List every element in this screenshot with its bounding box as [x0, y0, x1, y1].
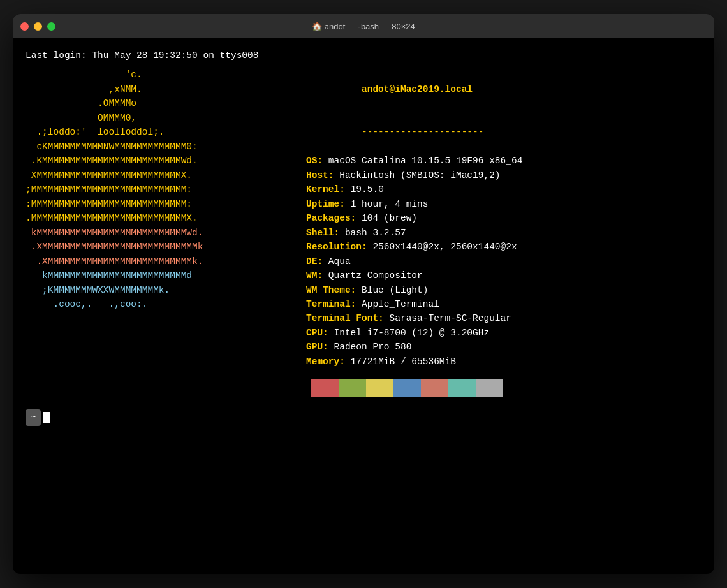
prompt-line: ~	[26, 409, 701, 426]
ascii-line: ;KMMMMMMMWXXWMMMMMMMMk.	[26, 283, 293, 297]
ascii-line: .;loddo:' loolloddol;.	[26, 125, 293, 139]
color-swatch	[311, 379, 339, 397]
ascii-line: kMMMMMMMMMMMMMMMMMMMMMMMMMd	[26, 268, 293, 283]
info-line: Host: Hackintosh (SMBIOS: iMac19,2)	[306, 168, 701, 182]
system-info: andot@iMac2019.local -------------------…	[306, 68, 701, 397]
info-line: Resolution: 2560x1440@2x, 2560x1440@2x	[306, 240, 701, 254]
info-value: 19.5.0	[351, 184, 384, 195]
login-line: Last login: Thu May 28 19:32:50 on ttys0…	[26, 48, 701, 62]
ascii-line: ,xNMM.	[26, 82, 293, 96]
maximize-button[interactable]	[47, 22, 55, 31]
info-key: CPU:	[306, 328, 334, 338]
ascii-line: ;MMMMMMMMMMMMMMMMMMMMMMMMMMMM:	[26, 182, 293, 196]
terminal-window: 🏠 andot — -bash — 80×24 Last login: Thu …	[13, 14, 714, 574]
ascii-line: .cooc,. .,coo:.	[26, 297, 293, 311]
hostname-line: andot@iMac2019.local	[306, 68, 701, 110]
window-title: 🏠 andot — -bash — 80×24	[312, 22, 415, 31]
info-key: Resolution:	[306, 242, 372, 252]
info-line: Packages: 104 (brew)	[306, 211, 701, 225]
neofetch-container: 'c. ,xNMM. .OMMMMo OMMMM0, .;loddo:' loo…	[26, 68, 701, 397]
info-line: Uptime: 1 hour, 4 mins	[306, 197, 701, 211]
info-key: GPU:	[306, 342, 334, 352]
ascii-art: 'c. ,xNMM. .OMMMMo OMMMM0, .;loddo:' loo…	[26, 68, 306, 397]
ascii-line: .MMMMMMMMMMMMMMMMMMMMMMMMMMMMX.	[26, 211, 293, 225]
ascii-line: :MMMMMMMMMMMMMMMMMMMMMMMMMMMM:	[26, 197, 293, 211]
info-value: Blue (Light)	[362, 285, 428, 295]
info-key: Kernel:	[306, 184, 351, 195]
color-swatch	[448, 379, 476, 397]
ascii-line: XMMMMMMMMMMMMMMMMMMMMMMMMMMX.	[26, 168, 293, 182]
terminal-body[interactable]: Last login: Thu May 28 19:32:50 on ttys0…	[13, 38, 714, 574]
info-value: Quartz Compositor	[328, 270, 423, 281]
ascii-line: OMMMM0,	[26, 111, 293, 125]
info-key: OS:	[306, 156, 328, 166]
color-swatch	[393, 379, 421, 397]
info-value: 104 (brew)	[362, 213, 417, 223]
info-key: DE:	[306, 256, 328, 267]
info-value: 17721MiB / 65536MiB	[351, 356, 456, 367]
prompt-badge: ~	[26, 409, 41, 426]
ascii-line: .XMMMMMMMMMMMMMMMMMMMMMMMMMMMMk	[26, 240, 293, 254]
info-value: Apple_Terminal	[362, 299, 439, 309]
color-swatch	[366, 379, 393, 397]
cursor	[43, 412, 50, 423]
traffic-lights	[20, 22, 55, 31]
info-key: Uptime:	[306, 199, 351, 209]
info-value: 1 hour, 4 mins	[351, 199, 429, 209]
color-swatch	[339, 379, 366, 397]
ascii-line: .OMMMMo	[26, 96, 293, 110]
info-value: Intel i7-8700 (12) @ 3.20GHz	[334, 328, 490, 338]
ascii-line: kMMMMMMMMMMMMMMMMMMMMMMMMMMMWd.	[26, 226, 293, 240]
close-button[interactable]	[20, 22, 29, 31]
info-key: Shell:	[306, 228, 345, 238]
info-line: Terminal Font: Sarasa-Term-SC-Regular	[306, 311, 701, 325]
ascii-line: .KMMMMMMMMMMMMMMMMMMMMMMMMMWd.	[26, 154, 293, 168]
info-line: GPU: Radeon Pro 580	[306, 340, 701, 354]
info-key: Packages:	[306, 213, 362, 223]
titlebar: 🏠 andot — -bash — 80×24	[13, 14, 714, 38]
info-value: macOS Catalina 10.15.5 19F96 x86_64	[328, 156, 523, 166]
info-key: WM Theme:	[306, 285, 362, 295]
info-line: WM Theme: Blue (Light)	[306, 283, 701, 297]
info-key: Terminal Font:	[306, 313, 390, 323]
info-line: Shell: bash 3.2.57	[306, 226, 701, 240]
info-value: bash 3.2.57	[345, 228, 406, 238]
minimize-button[interactable]	[34, 22, 42, 31]
info-line: WM: Quartz Compositor	[306, 268, 701, 283]
info-value: Aqua	[328, 256, 351, 267]
ascii-line: 'c.	[26, 68, 293, 82]
color-swatch	[421, 379, 448, 397]
info-value: Radeon Pro 580	[334, 342, 412, 352]
info-value: Hackintosh (SMBIOS: iMac19,2)	[339, 170, 500, 180]
ascii-line: .XMMMMMMMMMMMMMMMMMMMMMMMMMMk.	[26, 254, 293, 268]
info-value: Sarasa-Term-SC-Regular	[390, 313, 511, 323]
info-key: Memory:	[306, 356, 351, 367]
color-swatch	[476, 379, 503, 397]
separator-text: ----------------------	[362, 127, 483, 137]
info-line: DE: Aqua	[306, 254, 701, 268]
info-line: CPU: Intel i7-8700 (12) @ 3.20GHz	[306, 326, 701, 340]
ascii-line: cKMMMMMMMMMMNWMMMMMMMMMMMMM0:	[26, 140, 293, 154]
info-value: 2560x1440@2x, 2560x1440@2x	[372, 242, 517, 252]
info-lines: OS: macOS Catalina 10.15.5 19F96 x86_64H…	[306, 154, 701, 369]
color-swatches	[311, 379, 701, 397]
info-line: Kernel: 19.5.0	[306, 182, 701, 196]
info-line: OS: macOS Catalina 10.15.5 19F96 x86_64	[306, 154, 701, 168]
info-key: Terminal:	[306, 299, 362, 309]
separator-line: ----------------------	[306, 111, 701, 154]
info-line: Terminal: Apple_Terminal	[306, 297, 701, 311]
hostname-text: andot@iMac2019.local	[362, 84, 473, 94]
info-key: WM:	[306, 270, 328, 281]
info-key: Host:	[306, 170, 339, 180]
info-line: Memory: 17721MiB / 65536MiB	[306, 355, 701, 369]
